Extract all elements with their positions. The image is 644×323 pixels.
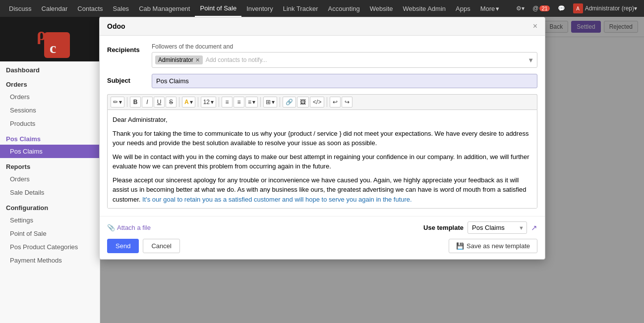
- recipients-row: Recipients Followers of the document and…: [107, 43, 537, 68]
- subject-field: [152, 74, 537, 88]
- font-size-dropdown[interactable]: 12 ▾: [201, 97, 216, 108]
- recipients-tags-container[interactable]: Administrator ✕ Add contacts to notify..…: [152, 52, 537, 68]
- undo-button[interactable]: ↩: [330, 97, 341, 108]
- sidebar-reports-header[interactable]: Reports: [0, 158, 100, 172]
- sidebar-item-settings[interactable]: Settings: [0, 214, 100, 227]
- use-template-label: Use template: [423, 224, 464, 231]
- nav-contacts[interactable]: Contacts: [72, 0, 108, 17]
- sidebar-dashboard[interactable]: Dashboard: [0, 61, 100, 76]
- save-template-button[interactable]: 💾 Save as new template: [449, 239, 537, 253]
- strikethrough-button[interactable]: S: [166, 97, 176, 108]
- sidebar-item-sessions[interactable]: Sessions: [0, 104, 100, 117]
- compose-email-modal: Odoo × Recipients Followers of the docum…: [99, 17, 545, 260]
- template-select-wrap: Pos Claims ▼: [468, 221, 527, 234]
- top-navigation: Discuss Calendar Contacts Sales Cab Mana…: [0, 0, 644, 17]
- editor-para-0: Dear Administrator,: [113, 115, 532, 125]
- recipients-label: Recipients: [107, 43, 147, 54]
- sidebar-item-products[interactable]: Products: [0, 117, 100, 130]
- recipient-tag-admin: Administrator ✕: [155, 55, 203, 64]
- nav-discuss[interactable]: Discuss: [4, 0, 37, 17]
- font-color-dropdown[interactable]: A ▾: [182, 97, 195, 108]
- nav-website-admin[interactable]: Website Admin: [398, 0, 451, 17]
- send-button[interactable]: Send: [107, 239, 139, 253]
- nav-apps[interactable]: Apps: [451, 0, 475, 17]
- recipients-field: Followers of the document and Administra…: [152, 43, 537, 68]
- sidebar-item-pos-product-categories[interactable]: Pos Product Categories: [0, 240, 100, 254]
- table-icon: ⊞: [266, 99, 271, 106]
- code-button[interactable]: </>: [310, 97, 324, 108]
- align-icon: ≡: [248, 99, 251, 106]
- nav-cab-management[interactable]: Cab Management: [134, 0, 195, 17]
- nav-point-of-sale[interactable]: Point of Sale: [195, 0, 241, 17]
- template-area: Use template Pos Claims ▼ ↗: [423, 221, 537, 234]
- modal-title: Odoo: [107, 22, 125, 30]
- pencil-icon: ✏: [113, 99, 118, 106]
- align-dropdown[interactable]: ≡ ▾: [245, 97, 258, 108]
- modal-close-button[interactable]: ×: [533, 22, 537, 30]
- nav-accounting[interactable]: Accounting: [323, 0, 364, 17]
- sidebar-logo: ρ c: [0, 17, 100, 61]
- nav-settings-icon[interactable]: ⚙▾: [513, 0, 527, 17]
- unordered-list-button[interactable]: ≡: [222, 97, 233, 108]
- recipients-info: Followers of the document and: [152, 43, 537, 50]
- svg-text:ρ: ρ: [37, 24, 46, 44]
- sidebar-item-orders[interactable]: Orders: [0, 90, 100, 104]
- modal-footer: 📎 Attach a file Use template Pos Claims …: [100, 216, 545, 239]
- nav-notifications-icon[interactable]: @ 21: [529, 0, 552, 17]
- toolbar-separator6: [280, 97, 280, 107]
- attach-file-button[interactable]: 📎 Attach a file: [107, 224, 151, 231]
- sidebar-orders-header[interactable]: Orders: [0, 76, 100, 90]
- template-chevron-icon: ▼: [519, 225, 524, 231]
- paperclip-icon: 📎: [107, 224, 115, 231]
- sidebar-pos-claims-header[interactable]: Pos Claims: [0, 130, 100, 145]
- underline-button[interactable]: U: [154, 97, 165, 108]
- font-size-label: 12: [203, 99, 210, 106]
- bold-button[interactable]: B: [130, 97, 141, 108]
- editor-body[interactable]: Dear Administrator, Thank you for taking…: [107, 109, 537, 209]
- sidebar-item-report-orders[interactable]: Orders: [0, 172, 100, 186]
- subject-label: Subject: [107, 74, 147, 84]
- chevron-down-icon: ▾: [634, 5, 637, 12]
- template-select[interactable]: Pos Claims: [468, 221, 527, 234]
- nav-link-tracker[interactable]: Link Tracker: [278, 0, 323, 17]
- subject-input[interactable]: [152, 74, 537, 88]
- nav-calendar[interactable]: Calendar: [37, 0, 73, 17]
- sidebar-item-pos-claims[interactable]: Pos Claims: [0, 145, 100, 158]
- template-external-link-icon[interactable]: ↗: [531, 223, 537, 232]
- editor-para-1: Thank you for taking the time to communi…: [113, 129, 532, 148]
- add-contacts-placeholder: Add contacts to notify...: [206, 56, 267, 63]
- svg-rect-1: [44, 32, 70, 58]
- redo-button[interactable]: ↪: [342, 97, 352, 108]
- nav-chat-icon[interactable]: 💬: [555, 0, 568, 17]
- image-button[interactable]: 🖼: [297, 97, 309, 108]
- italic-button[interactable]: I: [142, 97, 153, 108]
- remove-tag-icon[interactable]: ✕: [195, 57, 200, 63]
- nav-website[interactable]: Website: [365, 0, 398, 17]
- sidebar-item-payment-methods[interactable]: Payment Methods: [0, 254, 100, 267]
- editor-toolbar: ✏ ▾ B I U S A ▾ 12 ▾ ≡ ≡ ≡ ▾: [107, 94, 537, 109]
- format-dropdown[interactable]: ✏ ▾: [111, 97, 124, 108]
- modal-body: Recipients Followers of the document and…: [100, 36, 545, 216]
- nav-more[interactable]: More ▾: [475, 0, 505, 17]
- editor-para-2: We will be in contact with you in the co…: [113, 152, 532, 171]
- toolbar-separator4: [219, 97, 219, 107]
- cancel-button[interactable]: Cancel: [143, 239, 179, 253]
- ordered-list-button[interactable]: ≡: [234, 97, 244, 108]
- subject-row: Subject: [107, 74, 537, 88]
- nav-user-menu[interactable]: A Administrator (rep) ▾: [570, 0, 640, 17]
- toolbar-separator7: [327, 97, 327, 107]
- svg-text:c: c: [50, 40, 56, 56]
- sidebar-item-sale-details[interactable]: Sale Details: [0, 186, 100, 199]
- sidebar-item-point-of-sale[interactable]: Point of Sale: [0, 227, 100, 240]
- table-dropdown[interactable]: ⊞ ▾: [263, 97, 277, 108]
- font-color-icon: A: [184, 99, 189, 106]
- nav-sales[interactable]: Sales: [108, 0, 134, 17]
- sidebar-configuration-header[interactable]: Configuration: [0, 199, 100, 214]
- recipients-dropdown-arrow[interactable]: ▼: [527, 56, 534, 64]
- chevron-down-icon4: ▾: [252, 99, 255, 106]
- nav-inventory[interactable]: Inventory: [241, 0, 278, 17]
- primary-actions: Send Cancel: [107, 239, 180, 253]
- editor-para-4: Thank you,: [113, 208, 532, 209]
- link-button[interactable]: 🔗: [283, 97, 296, 108]
- toolbar-separator5: [260, 97, 261, 107]
